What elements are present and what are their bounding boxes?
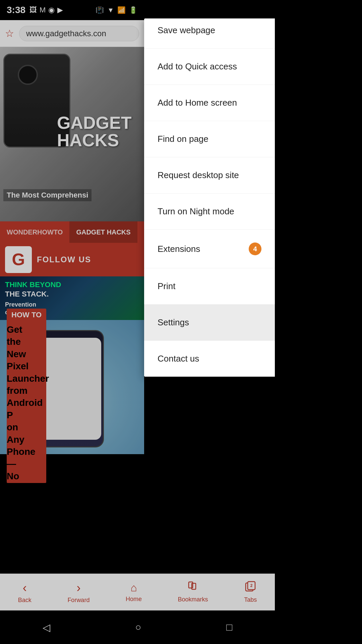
menu-item-save-webpage-partial[interactable]: Save webpage <box>144 18 275 49</box>
menu-item-home-screen[interactable]: Add to Home screen <box>144 85 275 121</box>
contact-us-label: Contact us <box>158 354 199 364</box>
print-label: Print <box>158 281 175 291</box>
home-screen-label: Add to Home screen <box>158 98 237 108</box>
dropdown-menu: Save webpage Add to Quick access Add to … <box>144 18 275 377</box>
menu-item-request-desktop[interactable]: Request desktop site <box>144 157 275 194</box>
quick-access-label: Add to Quick access <box>158 61 237 72</box>
extensions-badge: 4 <box>249 243 261 255</box>
settings-label: Settings <box>158 317 189 328</box>
save-webpage-label: Save webpage <box>158 25 215 36</box>
menu-item-contact-us[interactable]: Contact us <box>144 341 275 377</box>
menu-item-print[interactable]: Print <box>144 268 275 305</box>
menu-item-night-mode[interactable]: Turn on Night mode <box>144 194 275 230</box>
night-mode-label: Turn on Night mode <box>158 206 234 217</box>
request-desktop-label: Request desktop site <box>158 170 239 180</box>
menu-item-find-on-page[interactable]: Find on page <box>144 121 275 157</box>
find-on-page-label: Find on page <box>158 134 208 144</box>
menu-item-quick-access[interactable]: Add to Quick access <box>144 49 275 85</box>
menu-item-extensions[interactable]: Extensions 4 <box>144 230 275 268</box>
menu-item-settings[interactable]: Settings <box>144 305 275 341</box>
extensions-label: Extensions <box>158 244 200 254</box>
